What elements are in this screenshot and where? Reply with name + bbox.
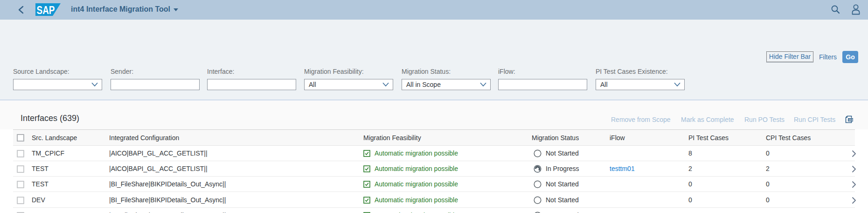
svg-text:SAP: SAP [37, 4, 55, 16]
